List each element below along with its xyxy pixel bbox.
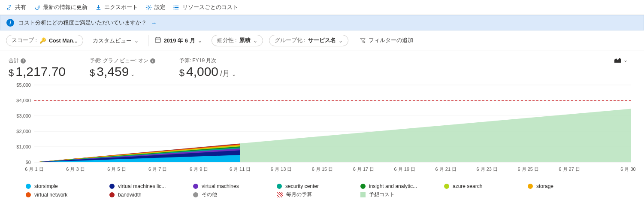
legend-label: virtual network — [34, 192, 67, 198]
legend-label: storsimple — [34, 183, 58, 189]
svg-text:$0: $0 — [26, 160, 31, 165]
legend-label: 予想コスト — [369, 191, 395, 198]
metrics-row: 合計 i $1,217.70 予想: グラフ ビュー: オン i $3,459⌄… — [0, 51, 644, 81]
budget-value: 4,000 — [186, 64, 218, 79]
svg-text:$4,000: $4,000 — [16, 98, 31, 103]
chevron-down-icon[interactable]: ⌄ — [130, 71, 135, 77]
legend-item[interactable]: 毎月の予算 — [277, 191, 360, 198]
forecast-label: 予想: グラフ ビュー: オン — [90, 57, 148, 64]
chevron-down-icon: ⌄ — [623, 57, 628, 63]
legend-label: その他 — [202, 191, 217, 198]
info-icon[interactable]: i — [21, 58, 26, 64]
legend-label: insight and analytic... — [369, 183, 417, 189]
date-value: 2019 年 6 月 — [164, 37, 195, 45]
groupby-label: グループ化 : — [275, 37, 305, 44]
svg-text:6 月 3 日: 6 月 3 日 — [66, 167, 85, 172]
info-icon[interactable]: i — [150, 58, 155, 64]
legend-swatch — [26, 184, 31, 189]
metric-total: 合計 i $1,217.70 — [9, 57, 66, 79]
view-selector[interactable]: カスタムビュー ⌄ — [89, 35, 142, 46]
banner-link[interactable]: → — [151, 20, 157, 26]
granularity-value: 累積 — [239, 37, 251, 44]
chevron-down-icon: ⌄ — [198, 38, 202, 44]
banner-text: コスト分析にどの程度ご満足いただいていますか？ — [18, 19, 147, 27]
legend: storsimplevirtual machines lic...virtual… — [0, 182, 644, 203]
granularity-label: 細分性 : — [217, 37, 237, 44]
export-button[interactable]: エクスポート — [95, 3, 138, 11]
svg-text:6 月 30 日: 6 月 30 日 — [620, 167, 635, 172]
refresh-icon — [34, 4, 40, 11]
chevron-down-icon[interactable]: ⌄ — [232, 71, 236, 77]
date-selector[interactable]: 2019 年 6 月 ⌄ — [148, 35, 206, 46]
legend-label: bandwidth — [118, 192, 142, 198]
legend-item[interactable]: virtual network — [26, 191, 109, 198]
groupby-pill[interactable]: グループ化 : サービス名 ⌄ — [269, 35, 348, 46]
legend-item[interactable]: その他 — [193, 191, 277, 198]
svg-text:6 月 15 日: 6 月 15 日 — [312, 167, 333, 172]
refresh-button[interactable]: 最新の情報に更新 — [34, 3, 88, 11]
svg-rect-4 — [155, 38, 160, 42]
scope-value: Cost Man... — [49, 38, 78, 44]
legend-item[interactable]: storage — [528, 183, 611, 189]
calendar-icon — [154, 36, 161, 45]
cost-by-resource-button[interactable]: リソースごとのコスト — [173, 3, 238, 11]
chevron-down-icon: ⌄ — [134, 38, 139, 44]
legend-label: security center — [285, 183, 319, 189]
legend-swatch — [277, 192, 283, 197]
legend-item[interactable]: 予想コスト — [360, 191, 444, 198]
share-label: 共有 — [15, 3, 26, 11]
legend-item[interactable]: azure search — [444, 183, 528, 189]
link-icon — [6, 4, 12, 11]
legend-label: 毎月の予算 — [286, 191, 312, 198]
chart-type-toggle[interactable]: ⌄ — [614, 57, 628, 63]
svg-text:6 月 11 日: 6 月 11 日 — [230, 167, 251, 172]
legend-swatch — [528, 184, 533, 189]
svg-text:6 月 21 日: 6 月 21 日 — [435, 167, 457, 172]
metric-forecast: 予想: グラフ ビュー: オン i $3,459⌄ — [90, 57, 155, 79]
legend-swatch — [193, 184, 198, 189]
svg-text:$1,000: $1,000 — [16, 144, 31, 149]
legend-item[interactable]: security center — [277, 183, 360, 189]
legend-item[interactable]: virtual machines — [193, 183, 277, 189]
svg-text:6 月 25 日: 6 月 25 日 — [517, 167, 539, 172]
budget-label: 予算: FY19 月次 — [179, 57, 217, 64]
cost-by-resource-label: リソースごとのコスト — [182, 3, 238, 11]
area-chart-icon — [614, 57, 622, 63]
legend-swatch — [26, 192, 31, 197]
legend-label: virtual machines — [202, 183, 239, 189]
svg-text:$2,000: $2,000 — [16, 129, 31, 134]
legend-swatch — [109, 184, 115, 189]
legend-item[interactable]: storsimple — [26, 183, 109, 189]
scope-pill[interactable]: スコープ : 🔑 Cost Man... — [6, 35, 83, 46]
groupby-value: サービス名 — [308, 37, 336, 44]
svg-point-3 — [173, 9, 174, 9]
granularity-pill[interactable]: 細分性 : 累積 ⌄ — [212, 35, 263, 46]
feedback-banner: i コスト分析にどの程度ご満足いただいていますか？ → — [0, 15, 644, 30]
filter-add-icon — [360, 37, 366, 44]
add-filter-label: フィルターの追加 — [369, 37, 413, 44]
svg-text:6 月 1 日: 6 月 1 日 — [25, 167, 43, 172]
svg-text:$3,000: $3,000 — [16, 113, 31, 118]
svg-text:6 月 17 日: 6 月 17 日 — [353, 167, 375, 172]
cost-chart: $0$1,000$2,000$3,000$4,000$5,0006 月 1 日6… — [9, 81, 635, 175]
download-icon — [95, 4, 102, 11]
legend-swatch — [360, 192, 366, 197]
svg-text:$5,000: $5,000 — [16, 82, 31, 88]
add-filter-pill[interactable]: フィルターの追加 — [354, 35, 418, 46]
legend-label: storage — [536, 183, 553, 189]
list-icon — [173, 4, 180, 11]
export-label: エクスポート — [104, 3, 138, 11]
legend-item[interactable]: bandwidth — [109, 191, 193, 198]
legend-item[interactable]: virtual machines lic... — [109, 183, 193, 189]
metric-budget: 予算: FY19 月次 $4,000/月 ⌄ — [179, 57, 236, 79]
gear-icon — [145, 4, 152, 11]
svg-text:6 月 9 日: 6 月 9 日 — [190, 167, 208, 172]
svg-point-1 — [173, 5, 174, 6]
svg-point-0 — [148, 6, 150, 8]
settings-button[interactable]: 設定 — [145, 3, 166, 11]
svg-point-2 — [173, 7, 174, 8]
legend-item[interactable]: insight and analytic... — [360, 183, 444, 189]
share-button[interactable]: 共有 — [6, 3, 26, 11]
legend-swatch — [109, 192, 115, 197]
legend-label: azure search — [453, 183, 482, 189]
